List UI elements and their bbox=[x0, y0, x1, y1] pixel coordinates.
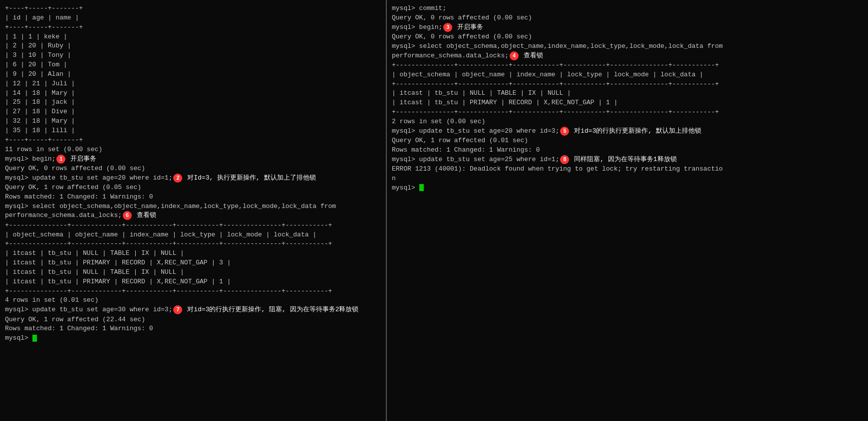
terminal-line: mysql> update tb_stu set age=30 where id… bbox=[5, 305, 381, 315]
terminal-line: 4 rows in set (0.01 sec) bbox=[5, 296, 381, 305]
terminal-line: mysql> commit; bbox=[392, 4, 863, 13]
terminal-line: +---------------+-------------+---------… bbox=[5, 287, 381, 296]
terminal-line: | 14 | 18 | Mary | bbox=[5, 89, 381, 98]
step-badge: 7 bbox=[173, 305, 182, 314]
step-badge: 2 bbox=[173, 174, 182, 183]
terminal-line: | 12 | 21 | Juli | bbox=[5, 79, 381, 89]
terminal-line: | 2 | 20 | Ruby | bbox=[5, 41, 381, 51]
terminal-line: ERROR 1213 (40001): Deadlock found when … bbox=[392, 165, 863, 174]
terminal-line: n bbox=[392, 174, 863, 184]
right-terminal-content: mysql> commit;Query OK, 0 rows affected … bbox=[392, 4, 863, 193]
terminal-line: performance_schema.data_locks;4 查看锁 bbox=[392, 51, 863, 61]
step-badge: 8 bbox=[560, 155, 569, 164]
terminal-line: | id | age | name | bbox=[5, 13, 381, 23]
terminal-line: Query OK, 1 row affected (0.05 sec) bbox=[5, 183, 381, 193]
terminal-line: | itcast | tb_stu | PRIMARY | RECORD | X… bbox=[392, 98, 863, 108]
terminal-line: mysql> bbox=[392, 184, 863, 193]
terminal-line: | 25 | 18 | jack | bbox=[5, 98, 381, 107]
terminal-left: +----+-----+-------+| id | age | name |+… bbox=[0, 0, 387, 421]
terminal-line: mysql> begin;1 开启事务 bbox=[5, 155, 381, 164]
terminal-line: | 3 | 10 | Tony | bbox=[5, 51, 381, 60]
terminal-line: +---------------+-------------+---------… bbox=[5, 221, 381, 230]
terminal-line: mysql> select object_schema,object_name,… bbox=[5, 202, 381, 211]
terminal-line: Query OK, 0 rows affected (0.00 sec) bbox=[392, 13, 863, 23]
terminal-line: | 1 | 1 | keke | bbox=[5, 32, 381, 42]
terminal-line: +---------------+-------------+---------… bbox=[392, 80, 863, 89]
terminal-line: | 6 | 20 | Tom | bbox=[5, 60, 381, 70]
terminal-line: Rows matched: 1 Changed: 1 Warnings: 0 bbox=[5, 193, 381, 202]
terminal-line: +----+-----+-------+ bbox=[5, 4, 381, 13]
terminal-line: | itcast | tb_stu | NULL | TABLE | IX | … bbox=[5, 268, 381, 277]
terminal-line: +----+-----+-------+ bbox=[5, 136, 381, 145]
step-badge: 3 bbox=[443, 23, 452, 32]
terminal-line: Query OK, 0 rows affected (0.00 sec) bbox=[392, 32, 863, 42]
terminal-line: mysql> bbox=[5, 334, 381, 343]
terminal-line: +---------------+-------------+---------… bbox=[392, 61, 863, 70]
step-badge: 1 bbox=[56, 155, 65, 164]
terminal-line: mysql> update tb_stu set age=25 where id… bbox=[392, 155, 863, 165]
terminal-line: mysql> begin;3 开启事务 bbox=[392, 23, 863, 32]
left-terminal-content: +----+-----+-------+| id | age | name |+… bbox=[5, 4, 381, 343]
terminal-line: | 27 | 18 | Dive | bbox=[5, 107, 381, 117]
terminal-line: Query OK, 1 row affected (22.44 sec) bbox=[5, 315, 381, 325]
terminal-line: | object_schema | object_name | index_na… bbox=[392, 70, 863, 80]
terminal-line: +----+-----+-------+ bbox=[5, 23, 381, 32]
terminal-cursor bbox=[32, 335, 37, 342]
terminal-line: Rows matched: 1 Changed: 1 Warnings: 0 bbox=[5, 324, 381, 334]
terminal-line: 2 rows in set (0.00 sec) bbox=[392, 117, 863, 127]
terminal-right: mysql> commit;Query OK, 0 rows affected … bbox=[387, 0, 868, 421]
step-badge: 4 bbox=[510, 51, 519, 60]
terminal-line: mysql> update tb_stu set age=20 where id… bbox=[5, 174, 381, 183]
terminal-line: | 9 | 20 | Alan | bbox=[5, 70, 381, 79]
terminal-line: +---------------+-------------+---------… bbox=[392, 108, 863, 117]
terminal-cursor bbox=[419, 184, 424, 191]
terminal-line: 11 rows in set (0.00 sec) bbox=[5, 145, 381, 155]
terminal-line: | object_schema | object_name | index_na… bbox=[5, 230, 381, 240]
terminal-line: | itcast | tb_stu | PRIMARY | RECORD | X… bbox=[5, 258, 381, 268]
terminal-line: Rows matched: 1 Changed: 1 Warnings: 0 bbox=[392, 146, 863, 155]
terminal-line: | itcast | tb_stu | PRIMARY | RECORD | X… bbox=[5, 277, 381, 287]
terminal-line: performance_schema.data_locks;6 查看锁 bbox=[5, 211, 381, 220]
step-badge: 5 bbox=[560, 127, 569, 136]
terminal-line: | 35 | 18 | lili | bbox=[5, 126, 381, 136]
terminal-line: Query OK, 1 row affected (0.01 sec) bbox=[392, 136, 863, 146]
terminal-line: +---------------+-------------+---------… bbox=[5, 239, 381, 249]
terminal-line: | 32 | 18 | Mary | bbox=[5, 117, 381, 126]
terminal-line: Query OK, 0 rows affected (0.00 sec) bbox=[5, 164, 381, 174]
terminal-line: mysql> update tb_stu set age=20 where id… bbox=[392, 127, 863, 136]
terminal-line: mysql> select object_schema,object_name,… bbox=[392, 42, 863, 51]
step-badge: 6 bbox=[123, 211, 132, 220]
terminal-line: | itcast | tb_stu | NULL | TABLE | IX | … bbox=[392, 89, 863, 98]
terminal-line: | itcast | tb_stu | NULL | TABLE | IX | … bbox=[5, 249, 381, 258]
